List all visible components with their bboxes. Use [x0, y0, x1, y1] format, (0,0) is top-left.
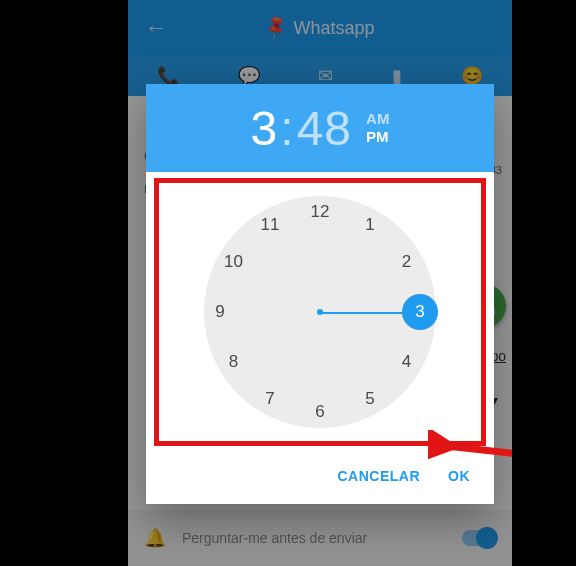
hour-display[interactable]: 3	[251, 101, 279, 156]
minute-display[interactable]: 48	[297, 101, 352, 156]
clock-number-11[interactable]: 11	[256, 211, 284, 239]
clock-number-9[interactable]: 9	[206, 298, 234, 326]
clock-number-5[interactable]: 5	[356, 385, 384, 413]
clock-number-7[interactable]: 7	[256, 385, 284, 413]
ampm-toggle: AM PM	[366, 110, 389, 146]
pm-option[interactable]: PM	[366, 128, 389, 146]
time-picker-dialog: 3 : 48 AM PM 121234567891011 CANCELAR OK	[146, 84, 494, 504]
ok-button[interactable]: OK	[448, 468, 470, 484]
clock-number-4[interactable]: 4	[393, 348, 421, 376]
clock-number-6[interactable]: 6	[306, 398, 334, 426]
dialog-actions: CANCELAR OK	[146, 452, 494, 504]
clock-area: 121234567891011	[146, 172, 494, 452]
letterbox-left	[0, 0, 128, 566]
phone-screen: ← 📌Whatsapp 📞 💬 ✉ ▮ 😊 👤 1783 O m 📎 tempo…	[128, 0, 512, 566]
clock-number-2[interactable]: 2	[393, 248, 421, 276]
time-picker-header: 3 : 48 AM PM	[146, 84, 494, 172]
am-option[interactable]: AM	[366, 110, 389, 128]
time-colon: :	[278, 101, 296, 156]
clock-number-12[interactable]: 12	[306, 198, 334, 226]
clock-number-8[interactable]: 8	[219, 348, 247, 376]
time-display: 3 : 48	[251, 101, 352, 156]
clock-number-1[interactable]: 1	[356, 211, 384, 239]
clock-hand	[320, 312, 404, 314]
cancel-button[interactable]: CANCELAR	[337, 468, 420, 484]
clock-face[interactable]: 121234567891011	[204, 196, 436, 428]
letterbox-right	[512, 0, 576, 566]
clock-center-dot	[317, 309, 323, 315]
clock-number-10[interactable]: 10	[219, 248, 247, 276]
clock-selected-hour[interactable]: 3	[402, 294, 438, 330]
